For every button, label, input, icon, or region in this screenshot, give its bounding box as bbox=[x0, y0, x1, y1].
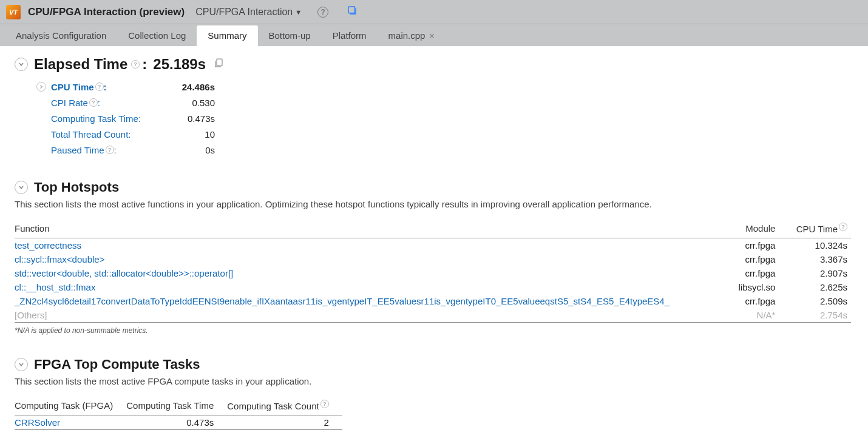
col-time[interactable]: Computing Task Time bbox=[126, 397, 227, 415]
col-count[interactable]: Computing Task Count? bbox=[227, 397, 342, 415]
tab-analysis-configuration[interactable]: Analysis Configuration bbox=[5, 25, 117, 46]
fpga-table: Computing Task (FPGA) Computing Task Tim… bbox=[15, 397, 342, 430]
section-heading: FPGA Top Compute Tasks bbox=[34, 357, 200, 372]
tab-summary[interactable]: Summary bbox=[197, 25, 257, 46]
help-badge-icon[interactable]: ? bbox=[839, 223, 847, 231]
metric-row-computing-task-time: Computing Task Time: 0.473s bbox=[36, 110, 851, 126]
metric-value: 0.530 bbox=[166, 98, 215, 108]
elapsed-time-heading: Elapsed Time?: 25.189s bbox=[34, 56, 224, 73]
tab-collection-log[interactable]: Collection Log bbox=[117, 25, 197, 46]
content-area: Elapsed Time?: 25.189s CPU Time?: 24.486… bbox=[0, 46, 868, 447]
metric-row-cpu-time: CPU Time?: 24.486s bbox=[36, 79, 851, 95]
col-function[interactable]: Function bbox=[15, 220, 722, 238]
function-link[interactable]: cl::sycl::fmax<double> bbox=[15, 254, 104, 264]
cell-cpu-time: 3.367s bbox=[779, 252, 851, 266]
cell-time: 0.473s bbox=[126, 415, 227, 430]
metric-label[interactable]: Paused Time?: bbox=[51, 145, 166, 155]
metric-row-paused-time: Paused Time?: 0s bbox=[36, 142, 851, 158]
analysis-type-dropdown[interactable]: CPU/FPGA Interaction ▼ bbox=[192, 7, 302, 18]
metric-label[interactable]: CPI Rate?: bbox=[51, 98, 166, 108]
collapse-toggle[interactable] bbox=[15, 181, 28, 194]
col-cpu-time[interactable]: CPU Time? bbox=[779, 220, 851, 238]
tab-bottom-up[interactable]: Bottom-up bbox=[258, 25, 322, 46]
svg-rect-0 bbox=[348, 7, 355, 13]
hotspots-table: Function Module CPU Time? test_correctne… bbox=[15, 220, 851, 323]
metric-value: 0.473s bbox=[166, 113, 215, 124]
table-row: CRRSolver 0.473s 2 bbox=[15, 415, 342, 430]
table-row: _ZN2cl4sycl6detail17convertDataToTypeIdd… bbox=[15, 294, 851, 308]
cell-cpu-time: 10.324s bbox=[779, 238, 851, 253]
cell-module: crr.fpga bbox=[722, 294, 779, 308]
cell-module: libsycl.so bbox=[722, 280, 779, 294]
help-badge-icon[interactable]: ? bbox=[95, 82, 104, 91]
close-icon[interactable]: ✕ bbox=[429, 32, 435, 41]
collapse-toggle[interactable] bbox=[15, 58, 28, 71]
cell-module: N/A* bbox=[722, 308, 779, 323]
help-badge-icon[interactable]: ? bbox=[131, 60, 140, 69]
col-task[interactable]: Computing Task (FPGA) bbox=[15, 397, 126, 415]
cell-cpu-time: 2.509s bbox=[779, 294, 851, 308]
expand-toggle[interactable] bbox=[36, 82, 46, 92]
copy-icon[interactable] bbox=[213, 58, 224, 72]
chevron-down-icon: ▼ bbox=[295, 8, 302, 16]
col-module[interactable]: Module bbox=[722, 220, 779, 238]
cell-count: 2 bbox=[227, 415, 342, 430]
cell-cpu-time: 2.625s bbox=[779, 280, 851, 294]
section-fpga-tasks: FPGA Top Compute Tasks This section list… bbox=[15, 357, 851, 430]
dropdown-label: CPU/FPGA Interaction bbox=[195, 7, 293, 18]
table-row: cl::sycl::fmax<double> crr.fpga 3.367s bbox=[15, 252, 851, 266]
cell-module: crr.fpga bbox=[722, 266, 779, 280]
metric-row-total-thread-count: Total Thread Count: 10 bbox=[36, 126, 851, 142]
function-link[interactable]: std::vector<double, std::allocator<doubl… bbox=[15, 268, 233, 278]
footnote: *N/A is applied to non-summable metrics. bbox=[15, 326, 851, 335]
tab-main-cpp[interactable]: main.cpp✕ bbox=[378, 25, 447, 46]
elapsed-metrics: CPU Time?: 24.486s CPI Rate?: 0.530 Comp… bbox=[36, 79, 851, 158]
function-link[interactable]: cl::__host_std::fmax bbox=[15, 282, 95, 292]
window-title: CPU/FPGA Interaction (preview) bbox=[28, 6, 185, 18]
section-description: This section lists the most active FPGA … bbox=[15, 376, 851, 386]
cell-module: crr.fpga bbox=[722, 238, 779, 253]
table-row: test_correctness crr.fpga 10.324s bbox=[15, 238, 851, 253]
metric-label[interactable]: CPU Time?: bbox=[51, 82, 166, 92]
help-badge-icon[interactable]: ? bbox=[320, 400, 329, 408]
elapsed-time-value: 25.189s bbox=[153, 56, 206, 73]
cell-cpu-time: 2.754s bbox=[779, 308, 851, 323]
metric-label[interactable]: Computing Task Time: bbox=[51, 113, 166, 124]
metric-value: 24.486s bbox=[166, 82, 215, 92]
function-link[interactable]: test_correctness bbox=[15, 240, 81, 250]
function-link[interactable]: _ZN2cl4sycl6detail17convertDataToTypeIdd… bbox=[15, 296, 670, 306]
metric-row-cpi-rate: CPI Rate?: 0.530 bbox=[36, 95, 851, 110]
tab-platform[interactable]: Platform bbox=[322, 25, 378, 46]
section-top-hotspots: Top Hotspots This section lists the most… bbox=[15, 180, 851, 335]
metric-label[interactable]: Total Thread Count: bbox=[51, 129, 166, 139]
help-badge-icon[interactable]: ? bbox=[89, 98, 98, 107]
tab-strip: Analysis Configuration Collection Log Su… bbox=[0, 24, 868, 46]
collapse-toggle[interactable] bbox=[15, 358, 28, 371]
help-icon[interactable]: ? bbox=[317, 7, 328, 18]
task-link[interactable]: CRRSolver bbox=[15, 417, 60, 428]
help-badge-icon[interactable]: ? bbox=[106, 146, 114, 154]
metric-value: 0s bbox=[166, 145, 215, 155]
cell-cpu-time: 2.907s bbox=[779, 266, 851, 280]
section-description: This section lists the most active funct… bbox=[15, 199, 851, 209]
cell-module: crr.fpga bbox=[722, 252, 779, 266]
table-row: std::vector<double, std::allocator<doubl… bbox=[15, 266, 851, 280]
table-row: cl::__host_std::fmax libsycl.so 2.625s bbox=[15, 280, 851, 294]
metric-value: 10 bbox=[166, 129, 215, 139]
title-bar: VT CPU/FPGA Interaction (preview) CPU/FP… bbox=[0, 0, 868, 24]
svg-rect-1 bbox=[217, 59, 222, 66]
section-heading: Top Hotspots bbox=[34, 180, 119, 195]
pin-icon[interactable] bbox=[347, 5, 358, 19]
table-row: [Others] N/A* 2.754s bbox=[15, 308, 851, 323]
app-icon: VT bbox=[6, 5, 21, 19]
function-others: [Others] bbox=[15, 310, 47, 320]
section-elapsed-time: Elapsed Time?: 25.189s CPU Time?: 24.486… bbox=[15, 56, 851, 158]
